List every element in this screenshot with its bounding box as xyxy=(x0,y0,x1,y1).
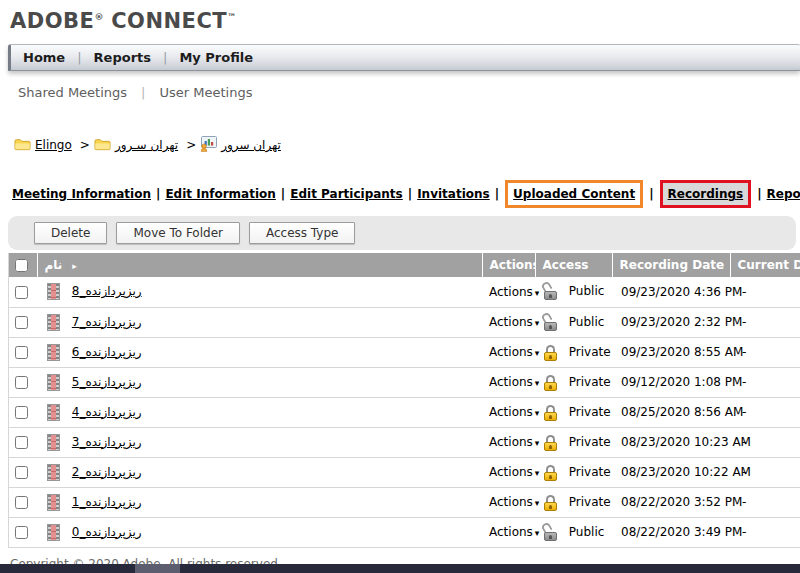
tab-edit-information[interactable]: Edit Information xyxy=(165,187,275,201)
tab-separator: | xyxy=(281,187,285,201)
chevron-down-icon: ▾ xyxy=(535,348,540,358)
header-access: Access xyxy=(535,253,612,277)
row-checkbox[interactable] xyxy=(15,376,28,389)
actions-dropdown[interactable]: Actions▾ xyxy=(482,307,535,337)
subnav-shared-meetings[interactable]: Shared Meetings xyxy=(18,85,127,100)
public-lock-icon xyxy=(544,524,559,541)
breadcrumb-separator: > xyxy=(186,138,196,152)
row-checkbox[interactable] xyxy=(15,436,28,449)
recording-name-link[interactable]: ریزپردازنده_5 xyxy=(72,375,142,389)
recordings-toolbar: Delete Move To Folder Access Type xyxy=(8,216,796,250)
chevron-down-icon: ▾ xyxy=(535,288,540,298)
access-label: Public xyxy=(569,284,605,298)
tab-recordings[interactable]: Recordings xyxy=(668,187,744,201)
row-checkbox[interactable] xyxy=(15,526,28,539)
breadcrumb-link-elingo[interactable]: Elingo xyxy=(35,138,72,152)
subnav-user-meetings[interactable]: User Meetings xyxy=(159,85,252,100)
actions-dropdown[interactable]: Actions▾ xyxy=(482,277,535,307)
header-recording-date[interactable]: Recording Date▸ xyxy=(612,253,730,277)
actions-dropdown[interactable]: Actions▾ xyxy=(482,367,535,397)
recordings-highlight-box: Recordings xyxy=(660,180,752,208)
recording-name-link[interactable]: ریزپردازنده_3 xyxy=(72,435,142,449)
table-row: ریزپردازنده_3 Actions▾ Private 08/23/202… xyxy=(9,427,800,457)
recording-date: 09/23/2020 8:55 AM xyxy=(612,337,730,367)
adobe-connect-page: ADOBE® CONNECT™ Home | Reports | My Prof… xyxy=(0,0,800,573)
row-checkbox[interactable] xyxy=(15,406,28,419)
breadcrumb: Elingo > تهران سـرور > تهران سرور xyxy=(14,136,800,154)
registered-mark: ® xyxy=(94,12,103,22)
delete-button[interactable]: Delete xyxy=(34,222,107,244)
table-row: ریزپردازنده_7 Actions▾ Public 09/23/2020… xyxy=(9,307,800,337)
tab-edit-participants[interactable]: Edit Participants xyxy=(290,187,403,201)
recording-name-link[interactable]: ریزپردازنده_8 xyxy=(72,284,142,298)
header-actions: Actions xyxy=(482,253,535,277)
actions-dropdown[interactable]: Actions▾ xyxy=(482,487,535,517)
recording-icon xyxy=(47,344,60,361)
private-lock-icon xyxy=(544,494,559,511)
recording-date: 08/23/2020 10:22 AM xyxy=(612,457,730,487)
table-row: ریزپردازنده_0 Actions▾ Public 08/22/2020… xyxy=(9,517,800,547)
bottom-taskbar-strip xyxy=(0,564,800,573)
recording-date: 09/23/2020 4:36 PM xyxy=(612,277,730,307)
recording-name-link[interactable]: ریزپردازنده_1 xyxy=(72,495,142,509)
row-checkbox[interactable] xyxy=(15,316,28,329)
tab-meeting-information[interactable]: Meeting Information xyxy=(12,187,151,201)
uploaded-content-highlight-box: Uploaded Content xyxy=(505,180,643,208)
access-type-button[interactable]: Access Type xyxy=(249,222,355,244)
breadcrumb-link-tehran-server-meeting[interactable]: تهران سرور xyxy=(221,138,281,152)
access-label: Public xyxy=(569,315,605,329)
main-navbar: Home | Reports | My Profile xyxy=(8,44,800,71)
adobe-connect-logo: ADOBE® CONNECT™ xyxy=(0,0,800,33)
recording-date: 09/12/2020 1:08 PM xyxy=(612,367,730,397)
folder-icon xyxy=(94,137,111,154)
actions-dropdown[interactable]: Actions▾ xyxy=(482,427,535,457)
private-lock-icon xyxy=(544,434,559,451)
row-checkbox[interactable] xyxy=(15,286,28,299)
tab-invitations[interactable]: Invitations xyxy=(417,187,490,201)
move-to-folder-button[interactable]: Move To Folder xyxy=(116,222,240,244)
tab-reports[interactable]: Reports xyxy=(767,187,800,201)
access-label: Public xyxy=(569,525,605,539)
nav-item-reports[interactable]: Reports xyxy=(82,50,163,65)
row-checkbox[interactable] xyxy=(15,496,28,509)
tab-uploaded-content[interactable]: Uploaded Content xyxy=(513,187,635,201)
recording-name-link[interactable]: ریزپردازنده_2 xyxy=(72,465,142,479)
public-lock-icon xyxy=(544,283,559,300)
tab-separator: | xyxy=(408,187,412,201)
access-label: Private xyxy=(569,495,611,509)
recording-name-link[interactable]: ریزپردازنده_4 xyxy=(72,405,142,419)
recording-date: 08/25/2020 8:56 AM xyxy=(612,397,730,427)
access-label: Private xyxy=(569,345,611,359)
tab-separator: | xyxy=(649,187,653,201)
chevron-down-icon: ▾ xyxy=(535,468,540,478)
actions-dropdown[interactable]: Actions▾ xyxy=(482,517,535,547)
recording-date: 08/23/2020 10:23 AM xyxy=(612,427,730,457)
nav-item-my-profile[interactable]: My Profile xyxy=(167,50,265,65)
table-row: ریزپردازنده_2 Actions▾ Private 08/23/202… xyxy=(9,457,800,487)
actions-dropdown[interactable]: Actions▾ xyxy=(482,397,535,427)
table-row: ریزپردازنده_4 Actions▾ Private 08/25/202… xyxy=(9,397,800,427)
recording-icon xyxy=(47,314,60,331)
header-name[interactable]: نام▸ xyxy=(37,253,482,277)
actions-dropdown[interactable]: Actions▾ xyxy=(482,457,535,487)
recordings-table: نام▸ Actions Access Recording Date▸ Curr… xyxy=(9,253,800,548)
recording-name-link[interactable]: ریزپردازنده_0 xyxy=(72,525,142,539)
chevron-down-icon: ▾ xyxy=(535,378,540,388)
recording-icon xyxy=(47,283,60,300)
access-label: Private xyxy=(569,405,611,419)
row-checkbox[interactable] xyxy=(15,346,28,359)
tab-separator: | xyxy=(495,187,499,201)
recording-date: 09/23/2020 2:32 PM xyxy=(612,307,730,337)
row-checkbox[interactable] xyxy=(15,466,28,479)
recording-name-link[interactable]: ریزپردازنده_7 xyxy=(72,315,142,329)
nav-item-home[interactable]: Home xyxy=(11,50,77,65)
breadcrumb-link-tehran-server-folder[interactable]: تهران سـرور xyxy=(115,138,178,152)
recording-icon xyxy=(47,374,60,391)
actions-dropdown[interactable]: Actions▾ xyxy=(482,337,535,367)
recording-icon xyxy=(47,404,60,421)
recording-name-link[interactable]: ریزپردازنده_6 xyxy=(72,345,142,359)
subnav-separator: | xyxy=(141,85,145,100)
select-all-checkbox[interactable] xyxy=(15,259,28,272)
logo-brand: ADOBE xyxy=(10,9,94,33)
tab-separator: | xyxy=(156,187,160,201)
